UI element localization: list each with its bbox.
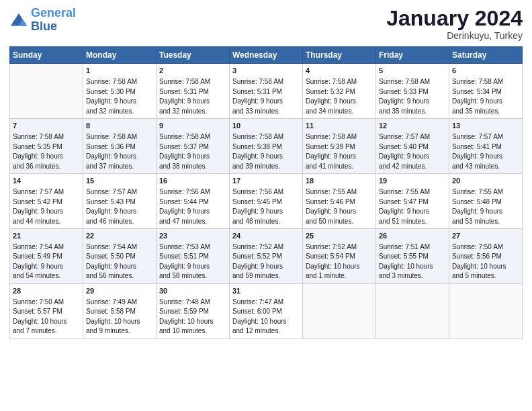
day-number: 5 <box>379 66 446 77</box>
day-info: and 43 minutes. <box>452 162 519 172</box>
calendar-cell: 10Sunrise: 7:58 AMSunset: 5:38 PMDayligh… <box>230 119 303 174</box>
day-info: and 44 minutes. <box>13 217 80 227</box>
day-info: Sunset: 5:46 PM <box>306 197 373 208</box>
day-info: Sunset: 5:42 PM <box>13 197 80 208</box>
day-info: Sunset: 5:41 PM <box>452 142 519 152</box>
calendar-cell: 25Sunrise: 7:52 AMSunset: 5:54 PMDayligh… <box>303 229 376 284</box>
calendar-cell <box>303 283 376 338</box>
day-number: 14 <box>13 176 80 187</box>
day-info: Daylight: 10 hours <box>306 262 373 272</box>
calendar-cell: 18Sunrise: 7:55 AMSunset: 5:46 PMDayligh… <box>303 174 376 229</box>
day-number: 21 <box>13 231 80 242</box>
day-info: Sunrise: 7:58 AM <box>379 77 446 87</box>
day-info: Daylight: 9 hours <box>379 207 446 217</box>
calendar-cell <box>10 64 83 119</box>
day-info: Sunrise: 7:58 AM <box>86 132 153 142</box>
calendar-cell: 20Sunrise: 7:55 AMSunset: 5:48 PMDayligh… <box>449 174 523 229</box>
day-info: Daylight: 9 hours <box>452 207 519 217</box>
day-number: 31 <box>232 286 300 297</box>
day-info: Sunrise: 7:48 AM <box>159 298 226 308</box>
day-info: and 10 minutes. <box>159 326 226 336</box>
day-info: Sunset: 5:57 PM <box>13 307 80 317</box>
day-number: 3 <box>232 66 300 77</box>
day-info: and 58 minutes. <box>159 271 226 281</box>
day-info: and 54 minutes. <box>13 271 80 281</box>
day-info: Sunset: 6:00 PM <box>232 307 300 317</box>
calendar-cell: 22Sunrise: 7:54 AMSunset: 5:50 PMDayligh… <box>83 229 157 284</box>
day-info: Sunrise: 7:58 AM <box>306 132 373 142</box>
calendar-cell: 23Sunrise: 7:53 AMSunset: 5:51 PMDayligh… <box>157 229 230 284</box>
day-info: Sunrise: 7:58 AM <box>159 77 226 87</box>
day-info: Sunrise: 7:57 AM <box>86 187 153 197</box>
day-info: Daylight: 9 hours <box>232 152 300 162</box>
day-info: Daylight: 9 hours <box>232 97 300 107</box>
day-info: Sunset: 5:37 PM <box>159 142 226 152</box>
day-info: Sunset: 5:38 PM <box>232 142 300 152</box>
day-info: and 34 minutes. <box>306 107 373 117</box>
calendar-cell: 15Sunrise: 7:57 AMSunset: 5:43 PMDayligh… <box>83 174 157 229</box>
day-number: 26 <box>379 231 446 242</box>
day-number: 18 <box>306 176 373 187</box>
day-info: and 41 minutes. <box>306 162 373 172</box>
day-info: and 35 minutes. <box>452 107 519 117</box>
day-number: 7 <box>13 121 80 132</box>
day-info: Sunset: 5:54 PM <box>306 252 373 262</box>
logo-text: General Blue <box>31 7 76 34</box>
day-number: 9 <box>159 121 226 132</box>
day-info: Sunset: 5:58 PM <box>86 307 153 317</box>
day-number: 6 <box>452 66 519 77</box>
day-info: Sunrise: 7:52 AM <box>232 242 300 253</box>
day-info: and 35 minutes. <box>379 107 446 117</box>
day-info: Daylight: 9 hours <box>306 207 373 217</box>
week-row-1: 1Sunrise: 7:58 AMSunset: 5:30 PMDaylight… <box>10 64 523 119</box>
day-info: Daylight: 9 hours <box>159 97 226 107</box>
day-number: 25 <box>306 231 373 242</box>
location-subtitle: Derinkuyu, Turkey <box>386 30 523 41</box>
calendar-body: 1Sunrise: 7:58 AMSunset: 5:30 PMDaylight… <box>10 64 523 339</box>
day-info: Daylight: 9 hours <box>13 152 80 162</box>
day-info: Daylight: 9 hours <box>379 97 446 107</box>
day-info: Sunrise: 7:47 AM <box>232 298 300 308</box>
day-number: 17 <box>232 176 300 187</box>
day-info: Daylight: 9 hours <box>86 207 153 217</box>
day-info: Sunrise: 7:53 AM <box>159 242 226 253</box>
day-number: 11 <box>306 121 373 132</box>
day-info: Daylight: 10 hours <box>13 317 80 327</box>
calendar-cell: 27Sunrise: 7:50 AMSunset: 5:56 PMDayligh… <box>449 229 523 284</box>
day-info: Sunrise: 7:58 AM <box>232 77 300 87</box>
day-info: Sunrise: 7:58 AM <box>13 132 80 142</box>
day-number: 24 <box>232 231 300 242</box>
col-sunday: Sunday <box>10 47 83 64</box>
col-saturday: Saturday <box>449 47 523 64</box>
day-info: Sunrise: 7:56 AM <box>232 187 300 197</box>
day-info: and 37 minutes. <box>86 162 153 172</box>
calendar-cell: 4Sunrise: 7:58 AMSunset: 5:32 PMDaylight… <box>303 64 376 119</box>
day-info: Sunrise: 7:58 AM <box>159 132 226 142</box>
day-number: 28 <box>13 286 80 297</box>
day-info: Sunset: 5:49 PM <box>13 252 80 262</box>
day-info: and 38 minutes. <box>159 162 226 172</box>
calendar-cell <box>449 283 523 338</box>
day-info: Daylight: 9 hours <box>159 152 226 162</box>
calendar-cell: 21Sunrise: 7:54 AMSunset: 5:49 PMDayligh… <box>10 229 83 284</box>
day-info: Sunrise: 7:58 AM <box>86 77 153 87</box>
month-title: January 2024 <box>386 7 523 30</box>
day-info: Sunset: 5:33 PM <box>379 87 446 97</box>
calendar-cell: 13Sunrise: 7:57 AMSunset: 5:41 PMDayligh… <box>449 119 523 174</box>
day-number: 19 <box>379 176 446 187</box>
day-info: and 12 minutes. <box>232 326 300 336</box>
day-info: Daylight: 10 hours <box>232 317 300 327</box>
day-info: Daylight: 10 hours <box>452 262 519 272</box>
day-info: Daylight: 9 hours <box>159 262 226 272</box>
day-info: Sunrise: 7:57 AM <box>452 132 519 142</box>
calendar-cell <box>376 283 449 338</box>
day-info: Sunset: 5:34 PM <box>452 87 519 97</box>
calendar-cell: 31Sunrise: 7:47 AMSunset: 6:00 PMDayligh… <box>230 283 303 338</box>
logo: General Blue <box>9 7 76 34</box>
day-info: Daylight: 9 hours <box>379 152 446 162</box>
day-info: Sunrise: 7:54 AM <box>13 242 80 253</box>
day-info: and 47 minutes. <box>159 217 226 227</box>
day-info: Daylight: 10 hours <box>159 317 226 327</box>
calendar-cell: 9Sunrise: 7:58 AMSunset: 5:37 PMDaylight… <box>157 119 230 174</box>
header-row: Sunday Monday Tuesday Wednesday Thursday… <box>10 47 523 64</box>
